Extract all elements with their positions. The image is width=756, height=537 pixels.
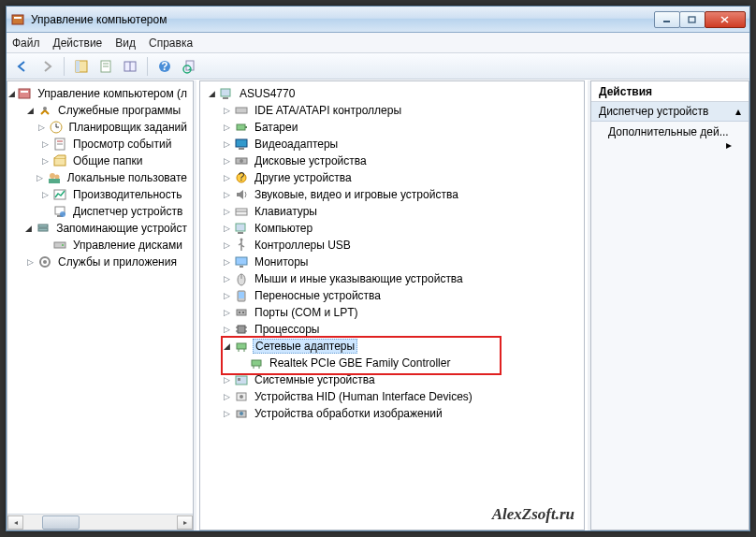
- expand-icon[interactable]: ▷: [221, 189, 232, 200]
- menu-view[interactable]: Вид: [115, 36, 136, 50]
- expand-icon[interactable]: ▷: [221, 307, 232, 318]
- actions-section[interactable]: Диспетчер устройств ▴: [591, 102, 749, 122]
- expand-icon[interactable]: ▷: [221, 239, 232, 251]
- expand-icon[interactable]: ▷: [35, 172, 44, 183]
- tree-item[interactable]: ◢ASUS4770: [200, 85, 584, 102]
- tree-item[interactable]: ▷Мониторы: [200, 254, 584, 270]
- menu-file[interactable]: Файл: [12, 36, 40, 50]
- expand-icon[interactable]: ▷: [221, 290, 232, 301]
- computer-icon: [234, 221, 249, 236]
- tree-item[interactable]: ◢Сетевые адаптеры: [200, 338, 584, 355]
- tree-item[interactable]: ▷Локальные пользовате: [7, 169, 193, 186]
- close-button[interactable]: [705, 11, 746, 28]
- expand-icon[interactable]: ▷: [221, 374, 232, 385]
- scroll-thumb[interactable]: [42, 515, 80, 530]
- scroll-right-button[interactable]: ▸: [177, 515, 193, 530]
- expand-icon[interactable]: ▷: [39, 189, 51, 200]
- tree-item[interactable]: ▷Процессоры: [200, 321, 584, 338]
- actions-more[interactable]: Дополнительные дей... ▸: [591, 122, 749, 155]
- expand-icon[interactable]: ▷: [221, 273, 232, 284]
- users-icon: [47, 170, 62, 185]
- tree-item[interactable]: ▷Звуковые, видео и игровые устройства: [200, 186, 584, 203]
- expand-icon[interactable]: ▷: [221, 391, 232, 402]
- collapse-icon[interactable]: ◢: [221, 341, 232, 352]
- tree-item[interactable]: ▷Системные устройства: [200, 371, 584, 388]
- expand-icon[interactable]: ▷: [39, 155, 51, 167]
- event-icon: [52, 137, 67, 152]
- tree-item[interactable]: ▷Компьютер: [200, 220, 584, 237]
- expand-icon[interactable]: ▷: [221, 138, 232, 150]
- collapse-icon[interactable]: ◢: [23, 223, 34, 234]
- expand-icon[interactable]: ▷: [221, 122, 232, 133]
- svg-point-65: [242, 312, 244, 313]
- expand-icon[interactable]: ▷: [39, 138, 51, 150]
- tree-item[interactable]: Realtek PCIe GBE Family Controller: [200, 355, 584, 371]
- expand-icon[interactable]: ▷: [221, 408, 232, 419]
- tree-item[interactable]: ▷Контроллеры USB: [200, 237, 584, 254]
- svg-rect-36: [54, 242, 65, 248]
- expand-icon[interactable]: ▷: [36, 122, 47, 133]
- refresh-button[interactable]: [179, 56, 199, 77]
- tree-item[interactable]: ▷Порты (COM и LPT): [200, 304, 584, 321]
- tree-item-label: Просмотр событий: [71, 138, 173, 151]
- expand-icon[interactable]: ▷: [221, 206, 232, 217]
- tree-item[interactable]: ▷Клавиатуры: [200, 203, 584, 220]
- tree-item-label: Другие устройства: [253, 171, 354, 184]
- collapse-icon[interactable]: ◢: [206, 88, 217, 99]
- tree-item[interactable]: ▷Планировщик заданий: [7, 119, 193, 136]
- svg-text:?: ?: [239, 170, 245, 183]
- svg-rect-7: [76, 61, 80, 72]
- cpu-icon: [234, 322, 249, 337]
- tree-item[interactable]: ▷Общие папки: [7, 152, 193, 169]
- expand-icon[interactable]: ▷: [24, 256, 36, 268]
- tree-item-label: Управление компьютером (л: [36, 87, 189, 100]
- scrollbar-horizontal[interactable]: ◂ ▸: [7, 514, 193, 530]
- expand-icon[interactable]: ▷: [221, 155, 232, 167]
- titlebar[interactable]: Управление компьютером: [7, 7, 749, 33]
- storage-icon: [36, 221, 51, 236]
- splitter[interactable]: [194, 80, 196, 530]
- expand-icon[interactable]: ▷: [221, 256, 232, 268]
- forward-button[interactable]: [36, 56, 57, 77]
- tree-item-label: Видеоадаптеры: [253, 138, 340, 151]
- tree-item[interactable]: ▷Службы и приложения: [7, 254, 193, 270]
- tree-item[interactable]: ▷IDE ATA/ATAPI контроллеры: [200, 102, 584, 119]
- properties-button[interactable]: [95, 56, 116, 77]
- maximize-button[interactable]: [679, 11, 705, 28]
- tree-item[interactable]: ▷?Другие устройства: [200, 169, 584, 186]
- menu-help[interactable]: Справка: [149, 36, 193, 50]
- back-button[interactable]: [12, 56, 33, 77]
- expand-icon[interactable]: ▷: [221, 172, 232, 183]
- app-icon: [10, 12, 25, 27]
- collapse-icon[interactable]: ◢: [24, 105, 36, 116]
- hid-icon: [234, 389, 249, 404]
- tree-item[interactable]: ▷Устройства HID (Human Interface Devices…: [200, 388, 584, 405]
- tree-item[interactable]: ▷Просмотр событий: [7, 136, 193, 152]
- expand-icon[interactable]: ▷: [221, 223, 232, 234]
- tree-item[interactable]: ▷Переносные устройства: [200, 287, 584, 304]
- expand-icon[interactable]: ▷: [221, 105, 232, 116]
- tree-item[interactable]: ▷Видеоадаптеры: [200, 136, 584, 152]
- show-hide-tree-button[interactable]: [71, 56, 92, 77]
- tree-item[interactable]: ◢Управление компьютером (л: [7, 85, 193, 102]
- expand-icon[interactable]: ▷: [221, 324, 232, 335]
- svg-rect-35: [38, 228, 48, 231]
- minimize-button[interactable]: [654, 11, 680, 28]
- scroll-left-button[interactable]: ◂: [7, 515, 23, 530]
- tree-item[interactable]: ▷Производительность: [7, 186, 193, 203]
- tree-item[interactable]: Диспетчер устройств: [7, 203, 193, 220]
- tree-item[interactable]: ◢Служебные программы: [7, 102, 193, 119]
- tree-item[interactable]: ▷Мыши и иные указывающие устройства: [200, 270, 584, 287]
- tree-item[interactable]: ▷Дисковые устройства: [200, 152, 584, 169]
- menu-action[interactable]: Действие: [53, 36, 103, 50]
- svg-text:?: ?: [161, 60, 167, 73]
- tree-item[interactable]: ▷Батареи: [200, 119, 584, 136]
- tree-item[interactable]: ▷Устройства обработки изображений: [200, 405, 584, 422]
- tree-item-label: Локальные пользовате: [65, 171, 189, 184]
- export-button[interactable]: [120, 56, 140, 77]
- tree-item[interactable]: ◢Запоминающие устройст: [7, 220, 193, 237]
- help-button[interactable]: ?: [154, 56, 175, 77]
- tree-item[interactable]: Управление дисками: [7, 237, 193, 254]
- collapse-icon[interactable]: ◢: [8, 88, 15, 99]
- svg-rect-40: [221, 89, 230, 96]
